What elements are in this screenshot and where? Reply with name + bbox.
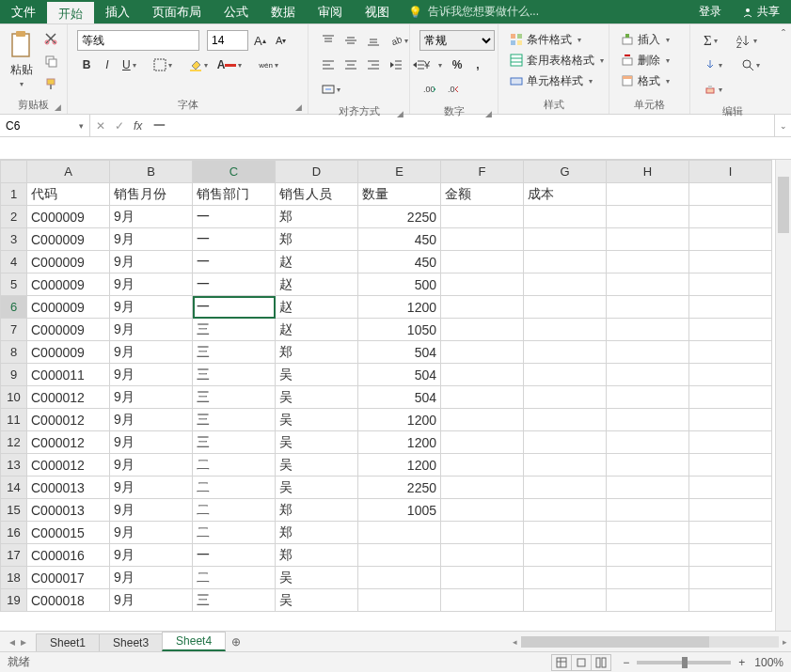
cell-I4[interactable] [689, 251, 772, 273]
cell-G3[interactable] [524, 228, 607, 251]
cell-B9[interactable]: 9月 [110, 364, 193, 386]
font-color-button[interactable]: A [214, 55, 246, 75]
cell-E8[interactable]: 504 [358, 341, 441, 364]
col-header-H[interactable]: H [607, 161, 689, 183]
cell-E15[interactable]: 1005 [358, 499, 441, 522]
cell-G2[interactable] [524, 206, 607, 228]
insert-cells-button[interactable]: 插入 [617, 30, 673, 49]
cell-E14[interactable]: 2250 [358, 477, 441, 499]
find-select-button[interactable] [737, 55, 764, 75]
cell-B15[interactable]: 9月 [110, 499, 193, 522]
cell-F2[interactable] [441, 206, 524, 228]
cell-G12[interactable] [524, 431, 607, 454]
row-header-3[interactable]: 3 [1, 228, 27, 251]
cell-B4[interactable]: 9月 [110, 251, 193, 273]
cell-I10[interactable] [689, 386, 772, 409]
row-header-1[interactable]: 1 [1, 183, 27, 206]
col-header-B[interactable]: B [110, 161, 193, 183]
row-header-17[interactable]: 17 [1, 544, 27, 567]
font-size-combo[interactable] [207, 30, 248, 51]
cell-F7[interactable] [441, 319, 524, 341]
cell-D14[interactable]: 吴 [276, 477, 358, 499]
zoom-in-button[interactable]: + [738, 656, 745, 669]
cell-H11[interactable] [607, 409, 689, 431]
cell-F19[interactable] [441, 589, 524, 612]
cell-F17[interactable] [441, 544, 524, 567]
bold-button[interactable]: B [77, 55, 96, 75]
cell-F4[interactable] [441, 251, 524, 273]
clear-button[interactable] [700, 79, 726, 100]
cell-C16[interactable]: 二 [193, 522, 276, 544]
cell-E3[interactable]: 450 [358, 228, 441, 251]
cell-B10[interactable]: 9月 [110, 386, 193, 409]
cell-C6[interactable]: 一 [193, 296, 276, 319]
cell-I8[interactable] [689, 341, 772, 364]
align-right-button[interactable] [363, 55, 384, 75]
cell-G7[interactable] [524, 319, 607, 341]
cell-G9[interactable] [524, 364, 607, 386]
cell-G15[interactable] [524, 499, 607, 522]
cell-D3[interactable]: 郑 [276, 228, 358, 251]
login-button[interactable]: 登录 [693, 4, 727, 20]
cell-G14[interactable] [524, 477, 607, 499]
underline-button[interactable]: U [119, 55, 140, 75]
cell-H2[interactable] [607, 206, 689, 228]
cell-C12[interactable]: 三 [193, 431, 276, 454]
sheet-nav-prev-icon[interactable]: ◂ [9, 635, 15, 649]
cell-C8[interactable]: 三 [193, 341, 276, 364]
cell-I2[interactable] [689, 206, 772, 228]
cell-D8[interactable]: 郑 [276, 341, 358, 364]
row-header-8[interactable]: 8 [1, 341, 27, 364]
cell-F15[interactable] [441, 499, 524, 522]
cell-C3[interactable]: 一 [193, 228, 276, 251]
wrap-merge-button[interactable] [318, 79, 344, 100]
cell-A6[interactable]: C000009 [27, 296, 110, 319]
cell-H7[interactable] [607, 319, 689, 341]
add-sheet-button[interactable]: ⊕ [225, 632, 247, 651]
row-header-10[interactable]: 10 [1, 386, 27, 409]
cell-I5[interactable] [689, 273, 772, 296]
cell-D2[interactable]: 郑 [276, 206, 358, 228]
horizontal-scrollbar[interactable]: ◂ ▸ [509, 632, 791, 651]
cell-B19[interactable]: 9月 [110, 589, 193, 612]
vertical-scrollbar[interactable] [775, 160, 791, 631]
comma-button[interactable]: , [468, 55, 487, 75]
cell-I13[interactable] [689, 454, 772, 477]
cell-D11[interactable]: 吴 [276, 409, 358, 431]
cell-E1[interactable]: 数量 [358, 183, 441, 206]
conditional-format-button[interactable]: 条件格式 [506, 30, 585, 49]
cell-G5[interactable] [524, 273, 607, 296]
col-header-E[interactable]: E [358, 161, 441, 183]
cell-C14[interactable]: 二 [193, 477, 276, 499]
row-header-14[interactable]: 14 [1, 477, 27, 499]
cell-D4[interactable]: 赵 [276, 251, 358, 273]
zoom-level[interactable]: 100% [754, 656, 783, 669]
cell-D19[interactable]: 吴 [276, 589, 358, 612]
cell-E18[interactable] [358, 567, 441, 589]
cell-H18[interactable] [607, 567, 689, 589]
cell-I6[interactable] [689, 296, 772, 319]
name-box-input[interactable] [0, 119, 73, 133]
cell-B6[interactable]: 9月 [110, 296, 193, 319]
border-button[interactable] [150, 55, 176, 75]
orientation-button[interactable]: ab [386, 30, 412, 51]
cell-C9[interactable]: 三 [193, 364, 276, 386]
cell-G18[interactable] [524, 567, 607, 589]
cell-D7[interactable]: 赵 [276, 319, 358, 341]
cell-H19[interactable] [607, 589, 689, 612]
cell-G19[interactable] [524, 589, 607, 612]
sheet-nav-next-icon[interactable]: ▸ [21, 635, 26, 649]
cell-B14[interactable]: 9月 [110, 477, 193, 499]
cell-C2[interactable]: 一 [193, 206, 276, 228]
decrease-decimal-button[interactable]: .0 [442, 79, 463, 100]
tell-me-search[interactable]: 💡告诉我您想要做什么... [401, 0, 693, 23]
cell-C4[interactable]: 一 [193, 251, 276, 273]
cell-G17[interactable] [524, 544, 607, 567]
cell-A18[interactable]: C000017 [27, 567, 110, 589]
cell-G8[interactable] [524, 341, 607, 364]
cell-D12[interactable]: 吴 [276, 431, 358, 454]
cell-G4[interactable] [524, 251, 607, 273]
delete-cells-button[interactable]: 删除 [617, 51, 673, 70]
cell-D1[interactable]: 销售人员 [276, 183, 358, 206]
cell-I9[interactable] [689, 364, 772, 386]
